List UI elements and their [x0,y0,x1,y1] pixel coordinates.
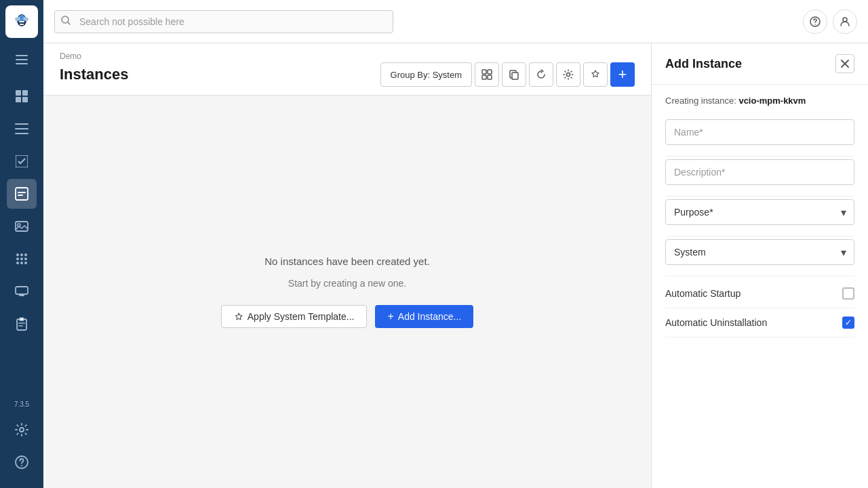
svg-rect-18 [16,188,28,200]
breadcrumb: Demo [60,52,635,61]
name-field[interactable] [665,119,854,145]
sidebar-item-images[interactable] [7,211,37,241]
purpose-select-wrap: Purpose* Development Production Staging … [665,199,854,225]
page-header: Demo Instances Group By: System [43,43,651,96]
svg-rect-47 [488,70,492,74]
sidebar-item-systems[interactable] [7,277,37,306]
svg-point-27 [20,258,23,260]
svg-point-45 [843,18,847,22]
add-instance-button[interactable]: + [610,62,635,87]
automatic-startup-checkbox[interactable] [842,287,854,300]
add-icon-btn: + [387,311,393,322]
copy-button[interactable] [502,62,526,87]
app-logo[interactable] [5,5,38,38]
settings-button[interactable] [556,62,580,87]
system-select-wrap: System System A System B [665,239,854,265]
svg-rect-16 [15,133,28,134]
svg-rect-9 [16,63,28,64]
svg-rect-48 [482,75,486,79]
svg-point-29 [16,262,19,264]
svg-rect-12 [16,97,21,102]
svg-rect-6 [20,24,24,25]
description-field[interactable] [665,159,854,185]
topbar-right [803,9,857,34]
search-input[interactable] [54,10,393,33]
svg-rect-33 [19,295,24,296]
svg-point-25 [24,253,27,256]
svg-rect-49 [488,75,492,79]
svg-point-31 [24,262,27,264]
divider-2 [665,196,854,197]
sidebar-item-list[interactable] [7,114,37,144]
app-version: 7.3.5 [14,401,29,408]
search-container [54,10,393,33]
sync-button[interactable] [529,62,553,87]
name-field-group [665,119,854,145]
add-instance-empty-button[interactable]: + Add Instance... [375,305,473,328]
svg-rect-11 [22,90,28,96]
svg-point-24 [20,253,23,256]
sidebar-item-help[interactable] [7,447,37,477]
toolbar: Group By: System [380,62,635,87]
sidebar-item-apps[interactable] [7,244,37,274]
page-title: Instances [60,66,129,83]
right-panel: Add Instance Creating instance: vcio-mpm… [651,43,868,488]
sidebar-item-dashboard[interactable] [7,81,37,111]
topbar [43,0,868,43]
creating-prefix: Creating instance: [665,96,738,106]
svg-rect-46 [482,70,486,74]
sidebar-menu-button[interactable] [8,46,35,73]
panel-body: Creating instance: vcio-mpm-kkvm Purpose… [652,85,868,488]
svg-rect-15 [15,128,28,129]
svg-rect-13 [22,97,28,102]
svg-rect-50 [512,73,518,79]
empty-state-line2: Start by creating a new one. [288,278,406,289]
svg-point-30 [20,262,23,264]
system-field-group: System System A System B [665,239,854,265]
panel-close-button[interactable] [835,54,854,73]
panel-title: Add Instance [665,57,742,71]
svg-rect-38 [18,325,23,327]
automatic-uninstallation-label: Automatic Uninstallation [665,317,767,328]
automatic-startup-row: Automatic Startup [665,279,854,308]
svg-rect-14 [15,123,28,125]
divider-4 [665,276,854,277]
svg-point-28 [24,258,27,260]
main-area: Demo Instances Group By: System [43,0,868,488]
svg-point-23 [16,253,19,256]
magic-button[interactable] [583,62,608,87]
help-button[interactable] [803,9,827,34]
sidebar-item-settings[interactable] [7,415,37,445]
svg-rect-5 [19,21,24,22]
creating-instance-label: Creating instance: vcio-mpm-kkvm [665,96,854,106]
user-account-button[interactable] [833,9,857,34]
content-area: Demo Instances Group By: System [43,43,868,488]
page-body: No instances have been created yet. Star… [43,96,651,488]
grid-view-button[interactable] [475,62,499,87]
automatic-uninstallation-row: Automatic Uninstallation ✓ [665,308,854,338]
svg-rect-32 [16,287,28,294]
purpose-field-group: Purpose* Development Production Staging … [665,199,854,225]
panel-header: Add Instance [652,43,868,85]
svg-point-39 [20,428,24,432]
add-icon: + [618,67,627,82]
svg-rect-10 [16,90,21,96]
group-by-button[interactable]: Group By: System [380,62,472,87]
apply-template-button[interactable]: Apply System Template... [221,305,368,328]
divider-1 [665,156,854,157]
add-instance-label: Add Instance... [398,311,461,322]
empty-actions: Apply System Template... + Add Instance.… [221,305,473,328]
svg-point-41 [21,465,22,466]
system-select[interactable]: System System A System B [665,239,854,265]
svg-rect-37 [18,323,25,324]
svg-rect-21 [16,222,28,231]
description-field-group [665,159,854,185]
page-title-row: Instances Group By: System [60,62,635,95]
svg-point-44 [814,24,816,25]
sidebar-item-clipboard[interactable] [7,309,37,339]
purpose-select[interactable]: Purpose* Development Production Staging … [665,199,854,225]
sidebar-item-instances[interactable] [7,179,37,209]
empty-state-line1: No instances have been created yet. [264,256,430,267]
automatic-uninstallation-checkbox[interactable]: ✓ [842,317,854,329]
sidebar-item-tasks[interactable] [7,146,37,176]
